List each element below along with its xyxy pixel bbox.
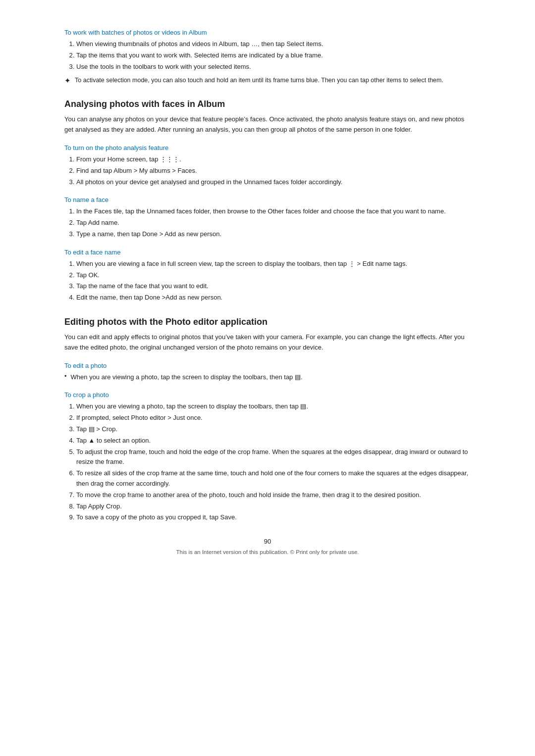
- analysis-feature-subheading: To turn on the photo analysis feature: [64, 144, 471, 151]
- editing-heading: Editing photos with the Photo editor app…: [64, 317, 471, 327]
- page-container: To work with batches of photos or videos…: [54, 0, 481, 585]
- footer-text: This is an Internet version of this publ…: [64, 549, 471, 555]
- list-item: When you are viewing a photo, tap the sc…: [76, 402, 471, 412]
- name-face-subheading: To name a face: [64, 196, 471, 203]
- edit-photo-bullet-text: When you are viewing a photo, tap the sc…: [71, 372, 303, 383]
- name-face-list: In the Faces tile, tap the Unnamed faces…: [76, 206, 471, 239]
- note-star-icon: ✦: [64, 76, 71, 85]
- list-item: Tap ▤ > Crop.: [76, 424, 471, 435]
- edit-photo-subheading: To edit a photo: [64, 362, 471, 369]
- list-item: Tap Apply Crop.: [76, 502, 471, 512]
- list-item: To move the crop frame to another area o…: [76, 490, 471, 501]
- edit-photo-bullet-row: • When you are viewing a photo, tap the …: [64, 372, 471, 383]
- list-item: Tap OK.: [76, 270, 471, 281]
- edit-face-section: To edit a face name When you are viewing…: [64, 249, 471, 303]
- analysing-heading: Analysing photos with faces in Album: [64, 99, 471, 109]
- list-item: Use the tools in the toolbars to work wi…: [76, 62, 471, 72]
- crop-photo-section: To crop a photo When you are viewing a p…: [64, 391, 471, 523]
- bullet-icon: •: [64, 372, 67, 380]
- list-item: Edit the name, then tap Done >Add as new…: [76, 293, 471, 303]
- list-item: From your Home screen, tap ⋮⋮⋮.: [76, 154, 471, 165]
- edit-face-subheading: To edit a face name: [64, 249, 471, 256]
- list-item: Type a name, then tap Done > Add as new …: [76, 229, 471, 240]
- list-item: To save a copy of the photo as you cropp…: [76, 512, 471, 523]
- analysing-body: You can analyse any photos on your devic…: [64, 114, 471, 135]
- batch-subheading: To work with batches of photos or videos…: [64, 29, 471, 36]
- list-item: Tap Add name.: [76, 218, 471, 228]
- batch-section: To work with batches of photos or videos…: [64, 29, 471, 85]
- list-item: To resize all sides of the crop frame at…: [76, 468, 471, 489]
- editing-body: You can edit and apply effects to origin…: [64, 332, 471, 353]
- list-item: To adjust the crop frame, touch and hold…: [76, 447, 471, 468]
- list-item: Tap ▲ to select an option.: [76, 436, 471, 446]
- list-item: When viewing thumbnails of photos and vi…: [76, 39, 471, 50]
- list-item: Tap the name of the face that you want t…: [76, 281, 471, 292]
- list-item: All photos on your device get analysed a…: [76, 177, 471, 188]
- note-row: ✦ To activate selection mode, you can al…: [64, 76, 471, 85]
- list-item: When you are viewing a face in full scre…: [76, 259, 471, 269]
- analysis-feature-list: From your Home screen, tap ⋮⋮⋮. Find and…: [76, 154, 471, 187]
- page-number: 90: [64, 538, 471, 545]
- edit-face-list: When you are viewing a face in full scre…: [76, 259, 471, 303]
- list-item: If prompted, select Photo editor > Just …: [76, 413, 471, 423]
- analysis-feature-section: To turn on the photo analysis feature Fr…: [64, 144, 471, 187]
- list-item: In the Faces tile, tap the Unnamed faces…: [76, 206, 471, 217]
- list-item: Tap the items that you want to work with…: [76, 50, 471, 61]
- name-face-section: To name a face In the Faces tile, tap th…: [64, 196, 471, 239]
- list-item: Find and tap Album > My albums > Faces.: [76, 166, 471, 176]
- note-content: To activate selection mode, you can also…: [75, 76, 443, 85]
- crop-photo-subheading: To crop a photo: [64, 391, 471, 399]
- edit-photo-section: To edit a photo • When you are viewing a…: [64, 362, 471, 383]
- batch-list: When viewing thumbnails of photos and vi…: [76, 39, 471, 72]
- crop-photo-list: When you are viewing a photo, tap the sc…: [76, 402, 471, 523]
